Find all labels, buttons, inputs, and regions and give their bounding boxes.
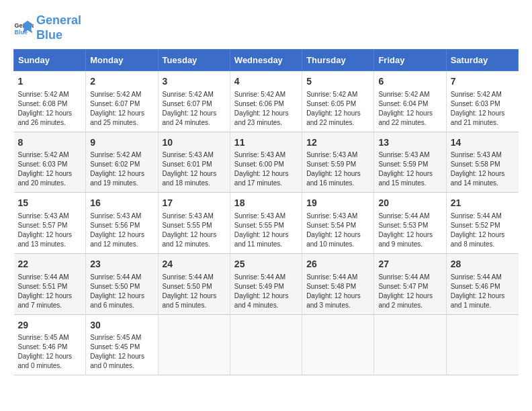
day-info: Sunrise: 5:45 AM Sunset: 5:45 PM Dayligh… <box>90 333 153 371</box>
logo-icon: General Blue <box>13 18 34 38</box>
day-info: Sunrise: 5:42 AM Sunset: 6:06 PM Dayligh… <box>234 90 298 128</box>
day-info: Sunrise: 5:43 AM Sunset: 5:55 PM Dayligh… <box>234 212 298 249</box>
day-number: 22 <box>18 258 82 271</box>
calendar-day-cell <box>230 314 302 375</box>
calendar-day-cell: 4 Sunrise: 5:42 AM Sunset: 6:06 PM Dayli… <box>230 71 302 132</box>
calendar-day-cell: 20 Sunrise: 5:44 AM Sunset: 5:53 PM Dayl… <box>374 193 446 254</box>
day-info: Sunrise: 5:42 AM Sunset: 6:02 PM Dayligh… <box>90 150 153 188</box>
page-header: General Blue General Blue <box>13 13 519 42</box>
day-info: Sunrise: 5:44 AM Sunset: 5:53 PM Dayligh… <box>378 212 441 249</box>
day-number: 5 <box>306 75 369 89</box>
day-info: Sunrise: 5:43 AM Sunset: 5:56 PM Dayligh… <box>90 212 153 249</box>
day-number: 10 <box>163 136 226 150</box>
weekday-header: Wednesday <box>230 50 302 71</box>
day-info: Sunrise: 5:44 AM Sunset: 5:47 PM Dayligh… <box>378 273 441 310</box>
day-info: Sunrise: 5:42 AM Sunset: 6:07 PM Dayligh… <box>90 90 153 128</box>
day-info: Sunrise: 5:43 AM Sunset: 5:54 PM Dayligh… <box>306 212 369 249</box>
day-info: Sunrise: 5:42 AM Sunset: 6:03 PM Dayligh… <box>18 150 82 188</box>
day-number: 12 <box>306 136 369 150</box>
day-number: 8 <box>18 136 82 150</box>
calendar-week-row: 15 Sunrise: 5:43 AM Sunset: 5:57 PM Dayl… <box>14 193 519 254</box>
day-number: 21 <box>451 197 515 210</box>
calendar-day-cell: 6 Sunrise: 5:42 AM Sunset: 6:04 PM Dayli… <box>374 71 446 132</box>
weekday-header: Sunday <box>14 50 86 71</box>
calendar-day-cell: 30 Sunrise: 5:45 AM Sunset: 5:45 PM Dayl… <box>86 314 158 375</box>
day-number: 7 <box>451 75 515 89</box>
calendar-day-cell: 7 Sunrise: 5:42 AM Sunset: 6:03 PM Dayli… <box>446 71 518 132</box>
weekday-header: Friday <box>374 50 446 71</box>
calendar-day-cell: 15 Sunrise: 5:43 AM Sunset: 5:57 PM Dayl… <box>14 193 86 254</box>
day-number: 26 <box>306 258 369 271</box>
calendar-week-row: 29 Sunrise: 5:45 AM Sunset: 5:46 PM Dayl… <box>14 314 519 375</box>
calendar-day-cell: 25 Sunrise: 5:44 AM Sunset: 5:49 PM Dayl… <box>230 253 302 314</box>
day-number: 6 <box>378 75 441 89</box>
day-info: Sunrise: 5:42 AM Sunset: 6:07 PM Dayligh… <box>163 90 226 128</box>
day-number: 20 <box>378 197 441 210</box>
weekday-header: Thursday <box>302 50 374 71</box>
day-info: Sunrise: 5:43 AM Sunset: 6:00 PM Dayligh… <box>234 150 298 188</box>
day-number: 16 <box>90 197 153 210</box>
day-info: Sunrise: 5:44 AM Sunset: 5:49 PM Dayligh… <box>234 273 298 310</box>
calendar-day-cell: 18 Sunrise: 5:43 AM Sunset: 5:55 PM Dayl… <box>230 193 302 254</box>
calendar-day-cell: 1 Sunrise: 5:42 AM Sunset: 6:08 PM Dayli… <box>14 71 86 132</box>
day-info: Sunrise: 5:44 AM Sunset: 5:52 PM Dayligh… <box>451 212 515 249</box>
day-info: Sunrise: 5:44 AM Sunset: 5:51 PM Dayligh… <box>18 273 82 310</box>
day-number: 17 <box>163 197 226 210</box>
calendar-week-row: 1 Sunrise: 5:42 AM Sunset: 6:08 PM Dayli… <box>14 71 519 132</box>
calendar-day-cell: 8 Sunrise: 5:42 AM Sunset: 6:03 PM Dayli… <box>14 132 86 193</box>
calendar-day-cell: 13 Sunrise: 5:43 AM Sunset: 5:59 PM Dayl… <box>374 132 446 193</box>
day-info: Sunrise: 5:42 AM Sunset: 6:08 PM Dayligh… <box>18 90 82 128</box>
day-number: 3 <box>163 75 226 89</box>
day-number: 9 <box>90 136 153 150</box>
weekday-header: Tuesday <box>158 50 230 71</box>
calendar-day-cell: 14 Sunrise: 5:43 AM Sunset: 5:58 PM Dayl… <box>446 132 518 193</box>
day-number: 25 <box>234 258 298 271</box>
logo-text-line1: General <box>36 13 81 28</box>
day-info: Sunrise: 5:44 AM Sunset: 5:50 PM Dayligh… <box>90 273 153 310</box>
day-number: 13 <box>378 136 441 150</box>
calendar-day-cell: 2 Sunrise: 5:42 AM Sunset: 6:07 PM Dayli… <box>86 71 158 132</box>
calendar-day-cell: 23 Sunrise: 5:44 AM Sunset: 5:50 PM Dayl… <box>86 253 158 314</box>
calendar-day-cell <box>302 314 374 375</box>
day-number: 28 <box>451 258 515 271</box>
day-number: 11 <box>234 136 298 150</box>
calendar-day-cell: 19 Sunrise: 5:43 AM Sunset: 5:54 PM Dayl… <box>302 193 374 254</box>
day-info: Sunrise: 5:45 AM Sunset: 5:46 PM Dayligh… <box>18 333 82 371</box>
day-number: 19 <box>306 197 369 210</box>
day-number: 2 <box>90 75 153 89</box>
calendar-day-cell: 3 Sunrise: 5:42 AM Sunset: 6:07 PM Dayli… <box>158 71 230 132</box>
day-number: 15 <box>18 197 82 210</box>
day-number: 29 <box>18 319 82 332</box>
day-number: 1 <box>18 75 82 89</box>
calendar-table: SundayMondayTuesdayWednesdayThursdayFrid… <box>13 49 519 375</box>
calendar-day-cell <box>158 314 230 375</box>
calendar-day-cell <box>446 314 518 375</box>
day-info: Sunrise: 5:43 AM Sunset: 5:57 PM Dayligh… <box>18 212 82 249</box>
calendar-day-cell: 26 Sunrise: 5:44 AM Sunset: 5:48 PM Dayl… <box>302 253 374 314</box>
calendar-week-row: 22 Sunrise: 5:44 AM Sunset: 5:51 PM Dayl… <box>14 253 519 314</box>
calendar-day-cell: 9 Sunrise: 5:42 AM Sunset: 6:02 PM Dayli… <box>86 132 158 193</box>
day-number: 14 <box>451 136 515 150</box>
calendar-day-cell <box>374 314 446 375</box>
day-info: Sunrise: 5:43 AM Sunset: 5:58 PM Dayligh… <box>451 150 515 188</box>
calendar-day-cell: 17 Sunrise: 5:43 AM Sunset: 5:55 PM Dayl… <box>158 193 230 254</box>
day-info: Sunrise: 5:42 AM Sunset: 6:04 PM Dayligh… <box>378 90 441 128</box>
logo-text-line2: Blue <box>36 28 81 43</box>
calendar-day-cell: 22 Sunrise: 5:44 AM Sunset: 5:51 PM Dayl… <box>14 253 86 314</box>
day-info: Sunrise: 5:43 AM Sunset: 5:55 PM Dayligh… <box>163 212 226 249</box>
day-info: Sunrise: 5:43 AM Sunset: 6:01 PM Dayligh… <box>163 150 226 188</box>
calendar-day-cell: 27 Sunrise: 5:44 AM Sunset: 5:47 PM Dayl… <box>374 253 446 314</box>
calendar-day-cell: 16 Sunrise: 5:43 AM Sunset: 5:56 PM Dayl… <box>86 193 158 254</box>
calendar-day-cell: 29 Sunrise: 5:45 AM Sunset: 5:46 PM Dayl… <box>14 314 86 375</box>
calendar-day-cell: 10 Sunrise: 5:43 AM Sunset: 6:01 PM Dayl… <box>158 132 230 193</box>
calendar-day-cell: 11 Sunrise: 5:43 AM Sunset: 6:00 PM Dayl… <box>230 132 302 193</box>
day-number: 18 <box>234 197 298 210</box>
day-info: Sunrise: 5:43 AM Sunset: 5:59 PM Dayligh… <box>306 150 369 188</box>
day-info: Sunrise: 5:44 AM Sunset: 5:48 PM Dayligh… <box>306 273 369 310</box>
day-info: Sunrise: 5:42 AM Sunset: 6:05 PM Dayligh… <box>306 90 369 128</box>
day-info: Sunrise: 5:42 AM Sunset: 6:03 PM Dayligh… <box>451 90 515 128</box>
day-info: Sunrise: 5:44 AM Sunset: 5:50 PM Dayligh… <box>163 273 226 310</box>
day-number: 23 <box>90 258 153 271</box>
day-number: 4 <box>234 75 298 89</box>
day-info: Sunrise: 5:44 AM Sunset: 5:46 PM Dayligh… <box>451 273 515 310</box>
